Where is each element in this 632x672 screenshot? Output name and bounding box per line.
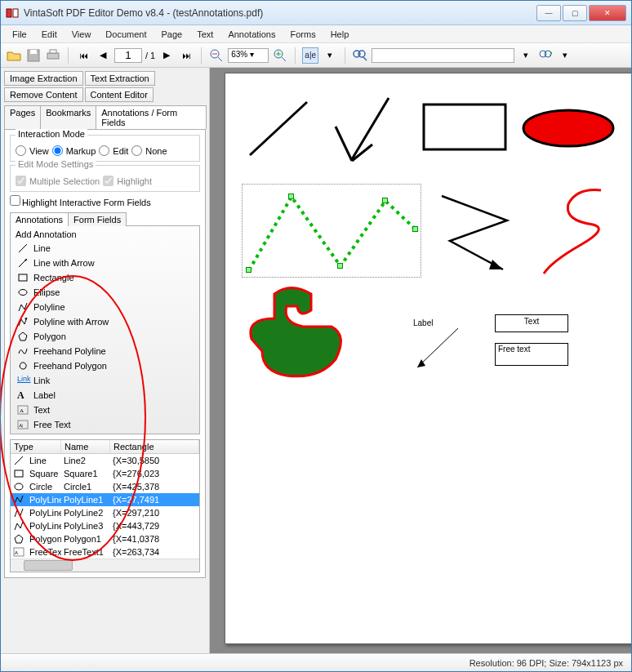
annot-link[interactable]: LinkLink [11,373,199,388]
table-row[interactable]: PolyLinePolyLine3{X=443,729 [11,519,199,532]
open-icon[interactable] [6,47,22,64]
canvas-label[interactable]: Label [413,318,433,327]
shape-line[interactable] [242,98,315,163]
print-icon[interactable] [45,47,61,64]
annot-polyline-arrow[interactable]: Polyline with Arrow [11,314,199,329]
table-row[interactable]: PolyLinePolyLine2{X=297,210 [11,506,199,519]
annot-freehand-polyline[interactable]: Freehand Polyline [11,344,199,358]
search-input[interactable] [372,48,514,63]
pdf-page[interactable]: Label Text Free text [225,73,631,644]
shape-ellipse[interactable] [519,106,617,151]
menu-edit[interactable]: Edit [35,28,64,41]
menu-forms[interactable]: Forms [284,28,323,41]
nav-next-icon[interactable]: ▶ [158,47,175,64]
save-icon[interactable] [25,47,42,64]
radio-none[interactable]: None [131,145,167,156]
annot-line-arrow[interactable]: Line with Arrow [11,256,199,270]
table-row[interactable]: PolyLinePolyLine1{X=27,7491 [11,493,199,506]
row-type-icon [11,506,27,519]
canvas-freetext-box[interactable]: Free text [495,343,568,366]
row-rect: {X=263,734 [110,546,199,558]
svg-text:A: A [20,407,24,414]
shape-arrow[interactable] [323,94,405,176]
svg-point-14 [358,51,365,57]
toolbar: ⏮ ◀ / 1 ▶ ⏭ 63% ▾ a|e ▾ ▾ ▾ [1,43,631,68]
nav-prev-icon[interactable]: ◀ [95,47,111,64]
find-icon[interactable] [352,47,368,64]
zoom-out-icon[interactable] [208,47,225,64]
annot-rectangle[interactable]: Rectangle [11,270,199,285]
row-rect: {X=30,5850 [110,455,199,466]
svg-rect-37 [424,105,505,149]
minimize-button[interactable]: — [536,5,561,21]
th-name[interactable]: Name [61,440,110,453]
menu-annotations[interactable]: Annotations [221,28,282,41]
menu-text[interactable]: Text [190,28,220,41]
zoom-in-icon[interactable] [272,47,288,64]
content-editor-button[interactable]: Content Editor [85,87,154,102]
table-row[interactable]: LineLine2{X=30,5850 [11,454,199,467]
row-rect: {X=41,0378 [110,533,199,545]
table-row[interactable]: CircleCircle1{X=425,378 [11,480,199,493]
annot-polygon[interactable]: Polygon [11,329,199,344]
annot-label[interactable]: ALabel [11,388,199,403]
menu-view[interactable]: View [65,28,98,41]
close-button[interactable]: ✕ [589,5,626,21]
annot-freehand-polygon[interactable]: Freehand Polygon [11,358,199,373]
table-row[interactable]: SquareSquare1{X=276,023 [11,467,199,480]
dropdown-icon[interactable]: ▾ [322,47,338,64]
table-row[interactable]: PolygonPolygon1{X=41,0378 [11,532,199,545]
maximize-button[interactable]: ▢ [563,5,587,21]
th-rectangle[interactable]: Rectangle [110,440,199,453]
tab-annotations-formfields[interactable]: Annotations / Form Fields [96,105,207,129]
canvas-area[interactable]: Label Text Free text [210,68,631,653]
subtab-annotations[interactable]: Annotations [10,212,69,226]
radio-markup[interactable]: Markup [52,145,96,156]
selection-polyline[interactable] [242,184,421,278]
remove-content-button[interactable]: Remove Content [4,87,83,102]
radio-edit[interactable]: Edit [99,145,128,156]
search-dropdown-icon[interactable]: ▾ [518,47,534,64]
text-extraction-button[interactable]: Text Extraction [85,71,155,86]
annot-ellipse[interactable]: Ellipse [11,285,199,300]
find-next-dropdown-icon[interactable]: ▾ [557,47,573,64]
freehand-polygon-icon [17,360,29,372]
row-type-icon [11,519,27,532]
menu-document[interactable]: Document [99,28,153,41]
table-h-scrollbar[interactable] [11,559,199,572]
radio-view[interactable]: View [16,145,49,156]
annot-polyline[interactable]: Polyline [11,300,199,314]
annot-line[interactable]: Line [11,241,199,256]
page-total-label: / 1 [145,51,155,60]
canvas-text-box[interactable]: Text [495,314,568,332]
shape-polygon[interactable] [242,282,364,388]
image-extraction-button[interactable]: Image Extraction [4,71,83,86]
menu-page[interactable]: Page [155,28,189,41]
check-highlight-form-fields[interactable]: Highlight Interactive Form Fields [10,195,151,207]
row-type: Line [27,455,61,466]
shape-freehand-line[interactable] [536,184,617,282]
check-highlight: Highlight [103,176,152,186]
nav-last-icon[interactable]: ⏭ [178,47,194,64]
svg-rect-0 [7,9,11,17]
annotation-table: Type Name Rectangle LineLine2{X=30,5850S… [10,439,200,572]
find-next-icon[interactable] [537,47,554,64]
row-type-icon: A [11,545,27,559]
tab-bookmarks[interactable]: Bookmarks [40,105,96,129]
shape-polyline-arrow[interactable] [434,188,523,278]
menu-file[interactable]: File [6,28,33,41]
table-row[interactable]: AFreeTextFreeText1{X=263,734 [11,545,199,559]
subtab-form-fields[interactable]: Form Fields [68,212,127,226]
svg-line-33 [250,102,307,155]
annot-free-text[interactable]: A|Free Text [11,417,199,432]
row-type: FreeText [27,546,61,558]
zoom-combo[interactable]: 63% ▾ [228,48,269,63]
th-type[interactable]: Type [11,440,61,453]
tab-pages[interactable]: Pages [4,105,41,129]
page-number-input[interactable] [114,48,142,63]
text-cursor-icon[interactable]: a|e [302,47,318,64]
shape-rectangle[interactable] [421,102,511,155]
annot-text[interactable]: AText [11,403,199,417]
menu-help[interactable]: Help [324,28,356,41]
nav-first-icon[interactable]: ⏮ [75,47,91,64]
